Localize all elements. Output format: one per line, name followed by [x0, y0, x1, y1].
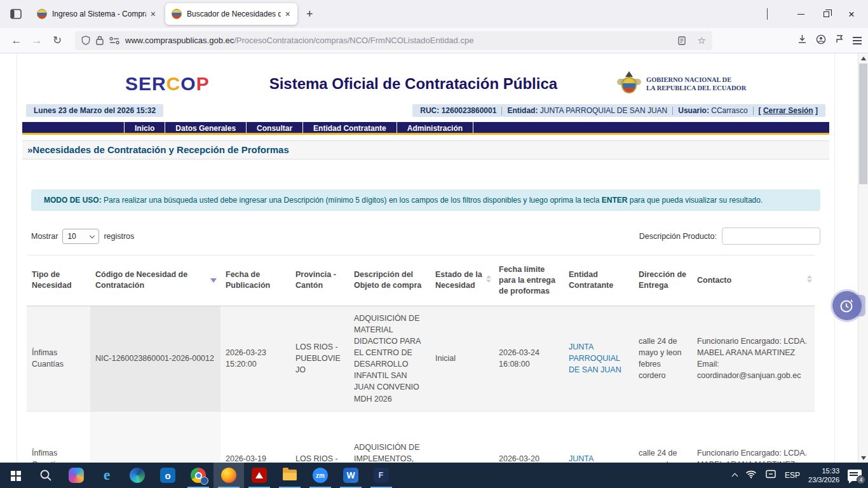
- page-title-bar: »Necesidades de Contratación y Recepción…: [22, 140, 829, 159]
- copilot-icon[interactable]: [61, 463, 92, 488]
- new-tab-button[interactable]: +: [300, 6, 320, 22]
- scroll-up-icon[interactable]: [858, 53, 868, 63]
- menu-item-datos-generales[interactable]: Datos Generales: [165, 122, 246, 133]
- col-descripcion-objeto[interactable]: Descripción del Objeto de compra: [349, 255, 430, 306]
- datetime-text: Lunes 23 de Marzo del 2026 15:32: [34, 106, 156, 115]
- col-provincia-canton[interactable]: Provincia - Cantón: [290, 255, 349, 306]
- col-fecha-limite[interactable]: Fecha límite para la entrega de proforma…: [494, 255, 564, 306]
- menu-item-consultar[interactable]: Consultar: [246, 122, 302, 133]
- clock[interactable]: 15:33 23/3/2026: [808, 466, 839, 485]
- col-codigo-necesidad[interactable]: Código de Necesidad de Contratación: [90, 255, 220, 306]
- entidad-link[interactable]: JUNTA: [569, 454, 593, 463]
- divider: [501, 107, 502, 115]
- close-button[interactable]: ×: [839, 3, 864, 25]
- windows-taskbar: e o zm W F ESP 15:33 23/3/2026 4: [0, 463, 868, 488]
- zoom-icon[interactable]: zm: [305, 463, 336, 488]
- page-length-select[interactable]: 10: [62, 229, 99, 244]
- forticlient-icon[interactable]: F: [366, 463, 397, 488]
- start-button[interactable]: [0, 463, 31, 488]
- url-path: /ProcesoContratacion/compras/NCO/FrmNCOL…: [234, 36, 473, 45]
- minimize-button[interactable]: [788, 3, 813, 25]
- col-direccion-entrega[interactable]: Dirección de Entrega: [634, 255, 692, 306]
- download-icon[interactable]: [797, 34, 807, 46]
- menu-item-inicio[interactable]: Inicio: [124, 122, 165, 133]
- firefox-icon[interactable]: [214, 463, 244, 488]
- scroll-down-icon[interactable]: [858, 453, 868, 463]
- usage-text: Para realizar una búsqueda usted debe in…: [102, 196, 602, 205]
- edge-icon[interactable]: [122, 463, 153, 488]
- screen-capture-widget[interactable]: [832, 291, 862, 320]
- cell-fecha-limite: 2026-03-24 16:08:00: [494, 306, 564, 411]
- cell-descripcion: ADQUISICIÓN DE IMPLEMENTOS, ACCESORIOS Y: [349, 411, 430, 463]
- col-entidad-contratante[interactable]: Entidad Contratante: [564, 255, 634, 306]
- logout-link[interactable]: [ Cerrar Sesión ]: [759, 106, 818, 115]
- sort-desc-icon: [210, 278, 217, 283]
- url-bar[interactable]: www.compraspublicas.gob.ec/ProcesoContra…: [75, 31, 712, 50]
- outlook-icon[interactable]: o: [153, 463, 183, 488]
- logo-c: C: [166, 73, 181, 94]
- word-icon[interactable]: W: [336, 463, 366, 488]
- browser-tab-1[interactable]: Ingreso al Sistema - Compras P ×: [31, 3, 163, 25]
- acrobat-icon[interactable]: [244, 463, 275, 488]
- ruc-label: RUC:: [420, 106, 439, 115]
- cell-fecha-publicacion: 2026-03-19: [220, 411, 290, 463]
- reload-icon[interactable]: ↻: [47, 31, 67, 50]
- language-indicator[interactable]: ESP: [785, 471, 800, 480]
- product-filter: Descripción Producto:: [639, 227, 820, 245]
- browser-tab-bar: Ingreso al Sistema - Compras P × Buscado…: [0, 0, 868, 28]
- tab-close-icon[interactable]: ×: [149, 9, 158, 19]
- gov-line1: GOBIERNO NACIONAL DE: [646, 76, 746, 84]
- menu-item-entidad-contratante[interactable]: Entidad Contratante: [302, 122, 397, 133]
- cell-entidad: JUNTA PARROQUIAL DE SAN JUAN: [564, 306, 634, 411]
- forward-icon[interactable]: →: [27, 31, 47, 50]
- scrollbar-thumb[interactable]: [859, 64, 867, 184]
- notification-center-icon[interactable]: 4: [848, 470, 862, 481]
- registros-label: registros: [104, 232, 134, 241]
- site-favicon: [172, 9, 182, 19]
- government-brand: GOBIERNO NACIONAL DE LA REPUBLICA DEL EC…: [617, 71, 827, 97]
- chrome-icon[interactable]: [183, 463, 214, 488]
- shield-icon[interactable]: [81, 36, 90, 45]
- firefox-view-icon[interactable]: [6, 4, 25, 24]
- search-icon[interactable]: [31, 463, 61, 488]
- internet-explorer-icon[interactable]: e: [92, 463, 122, 488]
- tab-close-icon[interactable]: ×: [283, 9, 292, 19]
- cell-contacto: Funcionario Encargado: LCDA. MABEL ARANA…: [692, 306, 815, 411]
- wifi-icon[interactable]: [745, 470, 757, 481]
- col-tipo-necesidad[interactable]: Tipo de Necesidad: [27, 255, 90, 306]
- logout-label[interactable]: Cerrar Sesión: [763, 106, 813, 115]
- bookmark-star-icon[interactable]: ☆: [698, 35, 706, 46]
- restore-button[interactable]: [813, 3, 839, 25]
- divider: [753, 107, 754, 115]
- filter-input[interactable]: [722, 227, 820, 245]
- entidad-link[interactable]: JUNTA PARROQUIAL DE SAN JUAN: [569, 342, 621, 374]
- menu-hamburger-icon[interactable]: [853, 40, 862, 41]
- lock-icon[interactable]: [96, 36, 104, 45]
- col-estado-necesidad[interactable]: Estado de la Necesidad: [430, 255, 494, 306]
- toolbar-right-icons: [797, 34, 862, 47]
- tray-expand-icon[interactable]: [732, 473, 738, 480]
- col-fecha-publicacion[interactable]: Fecha de Publicación: [220, 255, 290, 306]
- entidad-value: JUNTA PARROQUIAL DE SAN JUAN: [540, 106, 667, 115]
- logout-suffix: ]: [815, 106, 818, 115]
- gov-line2: LA REPUBLICA DEL ECUADOR: [646, 84, 746, 92]
- account-icon[interactable]: [816, 34, 826, 47]
- cast-icon[interactable]: [765, 470, 776, 481]
- session-info-row: Lunes 23 de Marzo del 2026 15:32 RUC: 12…: [26, 104, 825, 117]
- timer-clock-icon[interactable]: [832, 291, 862, 320]
- menu-item-administracion[interactable]: Administración: [397, 122, 473, 133]
- site-favicon: [37, 9, 47, 19]
- permissions-icon[interactable]: [109, 37, 119, 44]
- browser-tab-2[interactable]: Buscador de Necesidades de Co ×: [165, 3, 297, 25]
- extension-icon[interactable]: [835, 34, 844, 46]
- file-explorer-icon[interactable]: [275, 463, 305, 488]
- col-contacto[interactable]: Contacto: [692, 255, 815, 306]
- usage-enter: ENTER: [602, 196, 628, 205]
- list-all-tabs-icon[interactable]: [763, 4, 771, 24]
- back-icon[interactable]: ←: [6, 31, 27, 50]
- reader-view-icon[interactable]: [678, 36, 686, 45]
- ruc-value: 1260023860001: [442, 106, 497, 115]
- main-menu: Inicio Datos Generales Consultar Entidad…: [22, 122, 829, 135]
- sort-both-icon: [807, 275, 812, 283]
- vertical-scrollbar[interactable]: [858, 53, 868, 463]
